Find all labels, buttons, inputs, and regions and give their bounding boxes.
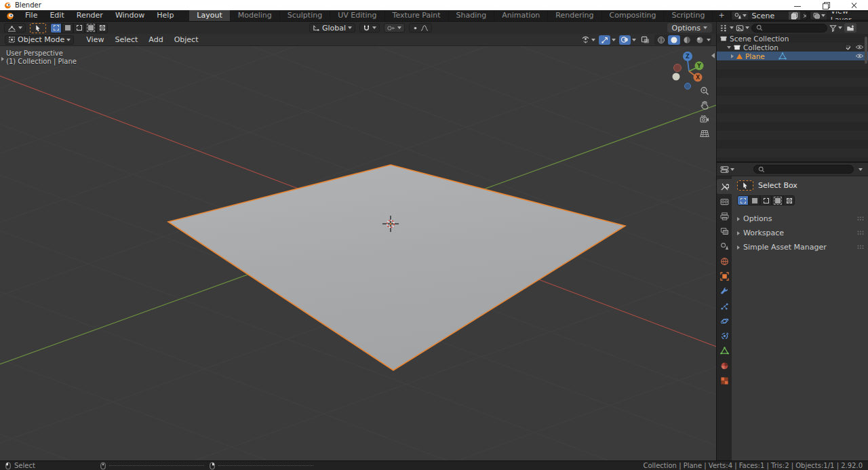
tab-uv-editing[interactable]: UV Editing <box>330 10 384 21</box>
panel-workspace[interactable]: Workspace <box>737 228 864 238</box>
outliner-row-collection[interactable]: Collection <box>717 43 868 52</box>
tab-object[interactable] <box>717 269 732 283</box>
panel-drag-grip[interactable] <box>857 231 864 235</box>
scene-icon[interactable] <box>732 12 748 20</box>
panel-drag-grip[interactable] <box>857 216 864 221</box>
scene-selector[interactable]: Scene <box>731 11 807 20</box>
tab-constraints[interactable] <box>717 328 732 343</box>
snap-target-dropdown[interactable] <box>384 23 405 33</box>
panel-simple-asset-manager[interactable]: Simple Asset Manager <box>737 242 864 252</box>
mode-dropdown[interactable]: Object Mode <box>5 35 74 45</box>
tab-view-layer[interactable] <box>717 224 732 239</box>
menu-window[interactable]: Window <box>109 10 151 21</box>
minimize-button[interactable] <box>793 2 802 9</box>
tab-scripting[interactable]: Scripting <box>664 10 713 21</box>
unlink-scene-button[interactable] <box>800 12 807 20</box>
menu-view[interactable]: View <box>81 35 109 45</box>
tab-shading[interactable]: Shading <box>449 10 495 21</box>
close-button[interactable] <box>850 2 859 9</box>
new-collection-button[interactable] <box>844 23 856 33</box>
collection-checkbox[interactable] <box>845 44 851 50</box>
gizmo-neg-x-axis[interactable] <box>674 64 682 72</box>
tab-tool[interactable] <box>717 179 732 194</box>
props-select-mode-subtract[interactable] <box>760 195 772 205</box>
tab-layout[interactable]: Layout <box>189 10 230 21</box>
object-visibility-dropdown[interactable] <box>581 36 595 43</box>
shading-dropdown[interactable] <box>707 39 711 41</box>
tab-compositing[interactable]: Compositing <box>602 10 665 21</box>
tab-sculpting[interactable]: Sculpting <box>280 10 330 21</box>
shading-solid[interactable] <box>668 35 680 45</box>
panel-drag-grip[interactable] <box>857 245 864 250</box>
select-mode-intersect[interactable] <box>96 23 108 33</box>
outliner-scrollbar[interactable] <box>865 37 867 64</box>
overlays-toggle[interactable] <box>619 35 631 45</box>
menu-help[interactable]: Help <box>151 10 180 21</box>
active-tool-thumbnail[interactable] <box>737 180 753 191</box>
menu-edit[interactable]: Edit <box>43 10 70 21</box>
shading-rendered[interactable] <box>694 35 706 45</box>
gizmos-toggle[interactable] <box>599 35 610 45</box>
tab-world[interactable] <box>717 254 732 269</box>
proportional-editing-group[interactable] <box>409 23 432 33</box>
gizmo-neg-z-axis[interactable] <box>685 83 691 90</box>
transform-orientation-dropdown[interactable]: Global <box>309 23 355 33</box>
props-select-mode-set[interactable] <box>737 195 749 205</box>
pan-tool-icon[interactable] <box>698 100 710 111</box>
tab-material[interactable] <box>717 358 732 373</box>
view-layer-name[interactable]: View Layer <box>827 11 868 20</box>
viewport-3d[interactable]: Object Mode View Select Add Object <box>0 34 717 461</box>
properties-options-dropdown[interactable] <box>859 168 865 171</box>
blender-menu-icon[interactable] <box>0 10 19 21</box>
shading-material[interactable] <box>681 35 693 45</box>
collection-expand-arrow[interactable] <box>727 46 731 49</box>
viewport-canvas[interactable]: User Perspective (1) Collection | Plane … <box>0 46 716 461</box>
new-scene-button[interactable] <box>789 12 800 20</box>
tab-render[interactable] <box>717 194 732 209</box>
menu-add[interactable]: Add <box>143 35 168 45</box>
props-select-mode-intersect[interactable] <box>783 195 795 205</box>
gizmo-neg-y-axis[interactable] <box>673 73 680 81</box>
plane-visibility-eye-icon[interactable] <box>855 53 864 59</box>
view-layer-selector[interactable]: View Layer <box>810 11 868 20</box>
tab-scene[interactable] <box>717 239 732 254</box>
add-workspace-button[interactable]: + <box>713 10 730 21</box>
tab-rendering[interactable]: Rendering <box>548 10 601 21</box>
outliner-display-mode-dropdown[interactable] <box>719 24 734 32</box>
scene-name[interactable]: Scene <box>748 12 789 20</box>
tab-modifiers[interactable] <box>717 283 732 298</box>
gizmos-dropdown[interactable] <box>612 39 616 41</box>
outliner-filter-type-dropdown[interactable] <box>736 24 749 32</box>
overlays-dropdown[interactable] <box>632 39 636 41</box>
collection-visibility-eye-icon[interactable] <box>855 44 864 50</box>
shading-wireframe[interactable] <box>655 35 667 45</box>
select-mode-invert[interactable] <box>85 23 96 33</box>
camera-view-icon[interactable] <box>698 114 710 125</box>
tab-texture-paint[interactable]: Texture Paint <box>385 10 449 21</box>
restore-button[interactable] <box>822 2 830 9</box>
options-dropdown[interactable]: Options <box>667 23 712 33</box>
select-mode-set[interactable] <box>50 23 62 33</box>
sidebar-expand-arrow[interactable] <box>711 53 715 58</box>
snap-toggle-dropdown[interactable] <box>359 23 380 33</box>
tab-texture[interactable] <box>717 373 732 388</box>
menu-render[interactable]: Render <box>71 10 109 21</box>
panel-options[interactable]: Options <box>737 214 864 224</box>
menu-file[interactable]: File <box>19 10 43 21</box>
tab-object-data[interactable] <box>717 343 732 358</box>
perspective-toggle-icon[interactable] <box>698 128 710 139</box>
view-layer-icon[interactable] <box>810 12 827 20</box>
active-tool-dropdown[interactable] <box>4 23 26 33</box>
properties-search-input[interactable] <box>753 165 854 174</box>
props-select-mode-invert[interactable] <box>772 195 783 205</box>
tab-modeling[interactable]: Modeling <box>231 10 280 21</box>
outliner-search-input[interactable] <box>751 24 827 33</box>
tab-output[interactable] <box>717 209 732 224</box>
outliner-filter-dropdown[interactable] <box>829 24 842 32</box>
menu-object[interactable]: Object <box>169 35 204 45</box>
toolbar-expand-arrow[interactable] <box>1 54 4 63</box>
select-mode-extend[interactable] <box>62 23 73 33</box>
menu-select[interactable]: Select <box>109 35 143 45</box>
tab-animation[interactable]: Animation <box>494 10 548 21</box>
props-select-mode-extend[interactable] <box>749 195 760 205</box>
